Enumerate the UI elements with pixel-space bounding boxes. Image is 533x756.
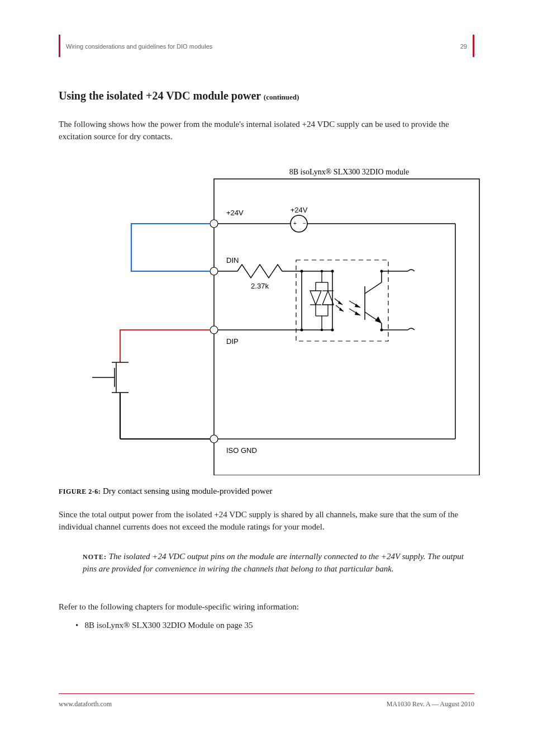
- bullet-dot: •: [75, 621, 83, 630]
- transistor-collector-leg: [365, 282, 382, 294]
- figure-caption: FIGURE 2-6: Dry contact sensing using mo…: [59, 486, 273, 496]
- vsrc-plus: +: [293, 220, 297, 226]
- node-dip-opto: [301, 329, 303, 332]
- svg-marker-21: [355, 311, 360, 315]
- pin-dip-label: DIP: [226, 337, 239, 346]
- diode1-tri: [310, 291, 321, 305]
- bullet-text: 8B isoLynx® SLX300 32DIO Module on page …: [85, 621, 253, 630]
- figure-caption-text: Dry contact sensing using module-provide…: [103, 486, 273, 495]
- note-block: NOTE: The isolated +24 VDC output pins o…: [83, 551, 474, 575]
- paragraph-3: Refer to the following chapters for modu…: [59, 601, 474, 613]
- header-left-text: Wiring considerations and guidelines for…: [60, 41, 460, 51]
- figure-caption-label: FIGURE 2-6:: [59, 488, 101, 495]
- svg-point-10: [321, 270, 323, 272]
- header-title: Wiring considerations and guidelines for…: [66, 43, 212, 50]
- heading-text: Using the isolated +24 VDC module power: [59, 89, 261, 102]
- pin-isognd-label: ISO GND: [226, 446, 257, 455]
- header-bar-right: [473, 35, 474, 57]
- wire-ext-dip-to-switch: [120, 330, 210, 361]
- vsrc-minus: −: [303, 220, 306, 226]
- page-header: Wiring considerations and guidelines for…: [59, 35, 474, 57]
- pin-dip-circle: [210, 326, 218, 334]
- bullet-row: • 8B isoLynx® SLX300 32DIO Module on pag…: [75, 620, 474, 632]
- header-right-text: 29: [460, 41, 473, 51]
- svg-point-13: [331, 329, 334, 332]
- pin-24v-circle: [210, 220, 218, 228]
- opto-out-bot-break: [408, 328, 415, 330]
- transistor-emitter-arrow: [375, 316, 382, 323]
- heading-continued: (continued): [264, 93, 299, 101]
- resistor-label: 2.37k: [251, 282, 269, 290]
- resistor-symbol: [237, 264, 282, 278]
- note-body: The isolated +24 VDC output pins on the …: [83, 552, 464, 573]
- paragraph-1: The following shows how the power from t…: [59, 119, 474, 143]
- circuit-svg: 8B isoLynx® SLX300 32DIO module +24V DIN…: [59, 162, 480, 475]
- svg-marker-19: [355, 304, 360, 308]
- footer-right: MA1030 Rev. A — August 2010: [387, 700, 474, 708]
- section-heading: Using the isolated +24 VDC module power …: [59, 89, 299, 102]
- note-label: NOTE:: [83, 553, 107, 561]
- module-label: 8B isoLynx® SLX300 32DIO module: [289, 168, 409, 176]
- opto-box: [296, 260, 388, 341]
- pin-isognd-circle: [210, 435, 218, 443]
- vsrc-label: +24V: [291, 206, 308, 214]
- header-page: 29: [460, 43, 467, 50]
- pin-din-circle: [210, 267, 218, 275]
- opto-out-top-break: [408, 270, 415, 271]
- wire-ext-24v-to-din: [131, 224, 210, 271]
- footer-rule: [59, 693, 474, 694]
- footer-left: www.dataforth.com: [59, 700, 112, 708]
- svg-point-12: [331, 270, 334, 273]
- led-tri: [322, 291, 334, 305]
- pin-24v-label: +24V: [226, 209, 244, 217]
- paragraph-2: Since the total output power from the is…: [59, 509, 474, 533]
- figure-container: 8B isoLynx® SLX300 32DIO module +24V DIN…: [59, 162, 480, 475]
- pin-din-label: DIN: [226, 256, 239, 264]
